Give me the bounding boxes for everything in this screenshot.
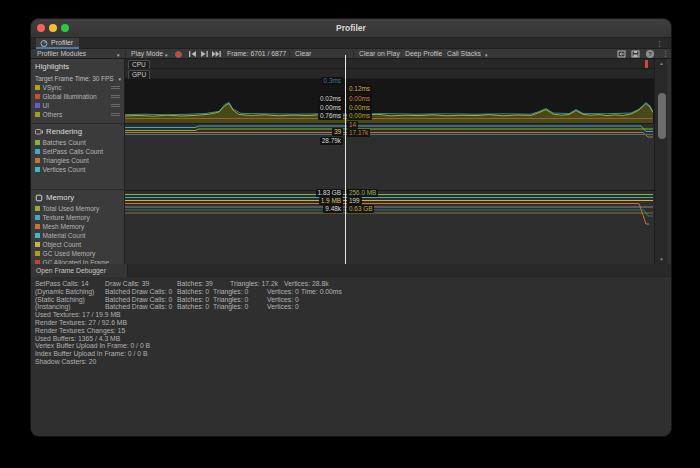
legend-item-object-count[interactable]: Object Count xyxy=(31,240,125,249)
profiler-gauge-icon xyxy=(40,39,48,47)
details-panel: Open Frame Debugger SetPass Calls: 14Dra… xyxy=(31,264,671,437)
value-label: 9.48k xyxy=(323,205,343,213)
help-icon[interactable]: ? xyxy=(646,50,654,58)
stats-line: Used Buffers: 1365 / 4.3 MB xyxy=(35,335,655,343)
next-frame-button[interactable] xyxy=(200,50,209,58)
texture-color-swatch xyxy=(35,215,40,220)
drag-handle-icon[interactable] xyxy=(111,113,120,116)
legend-item-global-illumination[interactable]: Global Illumination xyxy=(31,92,125,101)
legend-item-ui[interactable]: UI xyxy=(31,101,125,110)
value-label: 1.9 MB xyxy=(319,197,343,205)
legend-item-total-used-memory[interactable]: Total Used Memory xyxy=(31,204,125,213)
stats-row: (Instancing)Batched Draw Calls: 0Batches… xyxy=(35,303,655,311)
toolbar-menu-icon[interactable]: ⋮ xyxy=(662,50,669,58)
previous-frame-button[interactable] xyxy=(188,50,197,58)
rendering-stats: SetPass Calls: 14Draw Calls: 39Batches: … xyxy=(35,280,655,366)
save-profile-icon[interactable] xyxy=(631,50,640,58)
legend-item-triangles-count[interactable]: Triangles Count xyxy=(31,156,125,165)
clear-button[interactable]: Clear xyxy=(295,50,311,58)
stats-row: (Static Batching)Batched Draw Calls: 0Ba… xyxy=(35,296,655,304)
value-label: 0.00ms xyxy=(318,104,343,112)
gc-used-color-swatch xyxy=(35,251,40,256)
stats-line: Index Buffer Upload In Frame: 0 / 0 B xyxy=(35,350,655,358)
vsync-color-swatch xyxy=(35,85,40,90)
triangles-color-swatch xyxy=(35,158,40,163)
profiler-modules-caret-icon[interactable]: ▾ xyxy=(117,51,120,59)
stats-line: Shadow Casters: 20 xyxy=(35,358,655,366)
value-label: 256.0 MB xyxy=(347,189,378,197)
over-budget-frame-marker xyxy=(645,60,648,68)
rendering-chart[interactable] xyxy=(125,123,654,190)
legend-item-batches-count[interactable]: Batches Count xyxy=(31,138,125,147)
profiler-window: Profiler Profiler ⋮ Profiler Modules ▾ P… xyxy=(30,18,672,437)
drag-handle-icon[interactable] xyxy=(111,95,120,98)
tab-profiler[interactable]: Profiler xyxy=(36,38,79,49)
value-label: 0.12ms xyxy=(347,85,372,93)
stats-row: SetPass Calls: 14Draw Calls: 39Batches: … xyxy=(35,280,655,288)
ui-color-swatch xyxy=(35,103,40,108)
legend-item-mesh-memory[interactable]: Mesh Memory xyxy=(31,222,125,231)
memory-chart[interactable] xyxy=(125,190,654,264)
others-color-swatch xyxy=(35,112,40,117)
legend-item-texture-memory[interactable]: Texture Memory xyxy=(31,213,125,222)
load-profile-icon[interactable] xyxy=(617,50,626,58)
frame-counter: Frame: 6701 / 6877 xyxy=(227,50,286,58)
stats-line: Render Textures: 27 / 92.6 MB xyxy=(35,319,655,327)
cpu-lane-chart[interactable]: CPU xyxy=(125,59,654,69)
chart-right-filler xyxy=(667,59,672,264)
tabbar-menu-icon[interactable]: ⋮ xyxy=(656,40,663,47)
object-color-swatch xyxy=(35,242,40,247)
memory-title: Memory xyxy=(46,193,74,202)
vertices-color-swatch xyxy=(35,167,40,172)
modules-scrollbar[interactable]: ▲ ▼ xyxy=(654,59,667,264)
current-frame-button[interactable] xyxy=(212,50,221,58)
frame-playhead[interactable] xyxy=(345,55,347,264)
stats-line: Used Textures: 17 / 19.9 MB xyxy=(35,311,655,319)
call-stacks-caret-icon[interactable]: ▾ xyxy=(485,51,488,59)
value-label: 17.17k xyxy=(347,129,370,137)
call-stacks-dropdown[interactable]: Call Stacks xyxy=(447,50,481,58)
drag-handle-icon[interactable] xyxy=(111,104,120,107)
legend-item-gc-used-memory[interactable]: GC Used Memory xyxy=(31,249,125,258)
play-mode-caret-icon[interactable]: ▾ xyxy=(165,51,168,59)
value-label: 0.76ms xyxy=(318,112,343,120)
play-mode-dropdown[interactable]: Play Mode xyxy=(131,50,163,58)
highlights-chart[interactable] xyxy=(125,79,654,123)
rendering-camera-icon xyxy=(35,128,43,135)
value-label: 199 xyxy=(347,197,362,205)
legend-item-others[interactable]: Others xyxy=(31,110,125,119)
mesh-color-swatch xyxy=(35,224,40,229)
axis-marker-label: 0.3ms xyxy=(322,77,343,85)
legend-item-material-count[interactable]: Material Count xyxy=(31,231,125,240)
target-frame-time-caret-icon: ▾ xyxy=(118,76,121,82)
total-used-color-swatch xyxy=(35,206,40,211)
drag-handle-icon[interactable] xyxy=(111,86,120,89)
open-frame-debugger-button[interactable]: Open Frame Debugger xyxy=(31,264,128,277)
profiler-modules-dropdown[interactable]: Profiler Modules xyxy=(37,50,86,58)
legend-item-vsync[interactable]: VSync xyxy=(31,83,125,92)
stats-line: Render Textures Changes: 15 xyxy=(35,327,655,335)
desktop-background: Profiler Profiler ⋮ Profiler Modules ▾ P… xyxy=(0,0,700,468)
target-frame-time-dropdown[interactable]: Target Frame Time: 30 FPS ▾ xyxy=(31,73,125,83)
deep-profile-toggle[interactable]: Deep Profile xyxy=(405,50,442,58)
legend-item-vertices-count[interactable]: Vertices Count xyxy=(31,165,125,174)
value-label: 0.63 GB xyxy=(347,205,374,213)
stats-row: (Dynamic Batching)Batched Draw Calls: 0B… xyxy=(35,288,655,296)
tab-profiler-label: Profiler xyxy=(51,39,73,46)
clear-on-play-toggle[interactable]: Clear on Play xyxy=(359,50,400,58)
record-button[interactable] xyxy=(175,51,182,58)
frame-debugger-row: Open Frame Debugger xyxy=(31,264,671,277)
highlights-title: Highlights xyxy=(35,62,69,71)
titlebar[interactable]: Profiler xyxy=(31,19,671,38)
material-color-swatch xyxy=(35,233,40,238)
value-label: 0.00ms xyxy=(347,95,372,103)
memory-chip-icon xyxy=(35,194,43,202)
scrollbar-thumb[interactable] xyxy=(658,93,666,139)
legend-item-setpass-calls-count[interactable]: SetPass Calls Count xyxy=(31,147,125,156)
value-label: 14 xyxy=(347,121,358,129)
tab-bar: Profiler ⋮ xyxy=(31,38,671,49)
rendering-section: Rendering Batches Count SetPass Calls Co… xyxy=(31,123,125,189)
toolbar: Profiler Modules ▾ Play Mode ▾ Frame: 67… xyxy=(31,49,671,59)
batches-color-swatch xyxy=(35,140,40,145)
gpu-lane-chart[interactable]: GPU xyxy=(125,69,654,79)
